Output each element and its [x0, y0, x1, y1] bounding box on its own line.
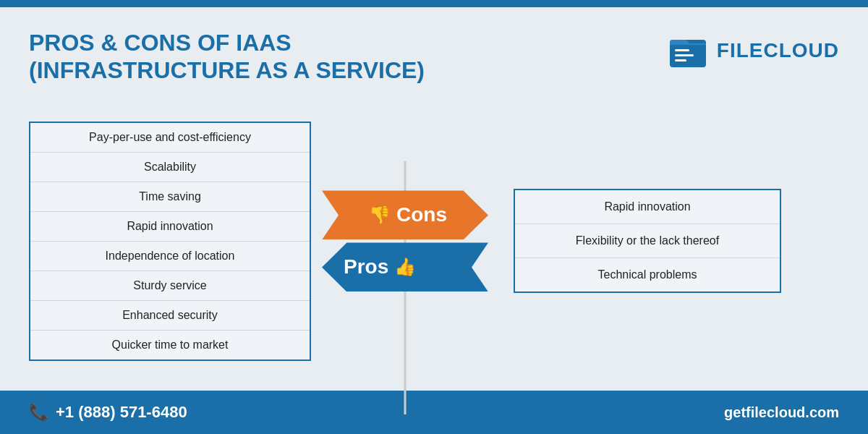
- list-item: Enhanced security: [30, 301, 310, 331]
- header-bar: [0, 0, 868, 7]
- title-line2: (INFRASTRUCTURE AS A SERVICE): [29, 56, 425, 84]
- phone-icon: 📞: [29, 403, 48, 422]
- title-line1: PROS & CONS OF IAAS: [29, 29, 425, 56]
- footer-website: getfilecloud.com: [724, 404, 839, 421]
- cons-arrow: 👎 Cons: [322, 190, 488, 239]
- list-item: Scalability: [30, 153, 310, 182]
- list-item: Time saving: [30, 182, 310, 212]
- footer-phone: 📞 +1 (888) 571-6480: [29, 403, 187, 422]
- svg-rect-2: [675, 54, 694, 56]
- list-item: Technical problems: [515, 258, 780, 292]
- list-item: Sturdy service: [30, 271, 310, 301]
- footer: 📞 +1 (888) 571-6480 getfilecloud.com: [0, 391, 868, 434]
- list-item: Rapid innovation: [515, 190, 780, 224]
- cons-label: Cons: [396, 203, 447, 226]
- pros-list: Pay-per-use and cost-efficiency Scalabil…: [29, 122, 311, 361]
- pros-arrow: Pros 👍: [322, 242, 488, 292]
- list-item: Rapid innovation: [30, 212, 310, 242]
- svg-rect-3: [675, 59, 686, 61]
- main-area: PROS & CONS OF IAAS (INFRASTRUCTURE AS A…: [0, 7, 868, 383]
- list-item: Independence of location: [30, 242, 310, 271]
- title-section: PROS & CONS OF IAAS (INFRASTRUCTURE AS A…: [29, 29, 839, 85]
- cons-list: Rapid innovation Flexibility or the lack…: [514, 189, 781, 293]
- main-title: PROS & CONS OF IAAS (INFRASTRUCTURE AS A…: [29, 29, 425, 85]
- list-item: Quicker time to market: [30, 331, 310, 359]
- content-area: Pay-per-use and cost-efficiency Scalabil…: [29, 99, 839, 383]
- thumbs-down-icon: 👎: [369, 205, 391, 225]
- svg-rect-1: [675, 49, 689, 51]
- phone-number: +1 (888) 571-6480: [56, 403, 187, 422]
- logo-area: FILECLOUD: [666, 29, 839, 72]
- thumbs-up-icon: 👍: [394, 257, 416, 277]
- filecloud-logo-icon: [666, 29, 710, 72]
- center-section: 👎 Cons Pros 👍: [311, 190, 499, 292]
- list-item: Pay-per-use and cost-efficiency: [30, 123, 310, 153]
- logo-text: FILECLOUD: [717, 39, 839, 62]
- list-item: Flexibility or the lack thereof: [515, 224, 780, 258]
- pros-label: Pros: [344, 255, 388, 278]
